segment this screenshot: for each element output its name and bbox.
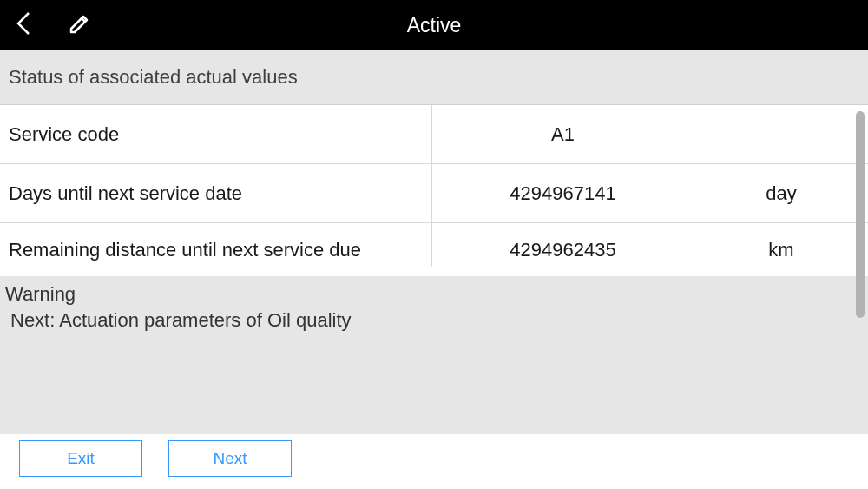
scrollbar[interactable]	[856, 111, 865, 318]
row-label: Service code	[0, 105, 432, 163]
status-warning: Warning	[5, 281, 859, 307]
row-value: A1	[432, 105, 694, 163]
status-panel: Warning Next: Actuation parameters of Oi…	[0, 276, 868, 434]
row-value: 4294962435	[432, 223, 694, 267]
row-unit: day	[694, 164, 868, 222]
row-label: Remaining distance until next service du…	[0, 223, 432, 267]
svg-marker-0	[71, 17, 87, 32]
table-row: Remaining distance until next service du…	[0, 223, 868, 267]
exit-button[interactable]: Exit	[19, 440, 142, 477]
table-row: Days until next service date 4294967141 …	[0, 164, 868, 223]
table-row: Service code A1	[0, 105, 868, 164]
data-scroll-region[interactable]: Status of associated actual values Servi…	[0, 50, 868, 276]
header-left-controls	[0, 10, 92, 41]
edit-icon[interactable]	[68, 10, 92, 41]
row-label: Days until next service date	[0, 164, 432, 222]
next-button[interactable]: Next	[168, 440, 292, 477]
page-title: Active	[407, 14, 462, 37]
header-bar: Active	[0, 0, 868, 50]
status-next: Next: Actuation parameters of Oil qualit…	[5, 307, 859, 334]
row-unit: km	[694, 223, 868, 267]
content-area: Status of associated actual values Servi…	[0, 50, 868, 489]
footer-buttons: Exit Next	[0, 440, 311, 482]
row-value: 4294967141	[432, 164, 694, 222]
section-heading: Status of associated actual values	[0, 50, 868, 105]
back-icon[interactable]	[14, 10, 33, 41]
row-unit	[694, 105, 868, 163]
